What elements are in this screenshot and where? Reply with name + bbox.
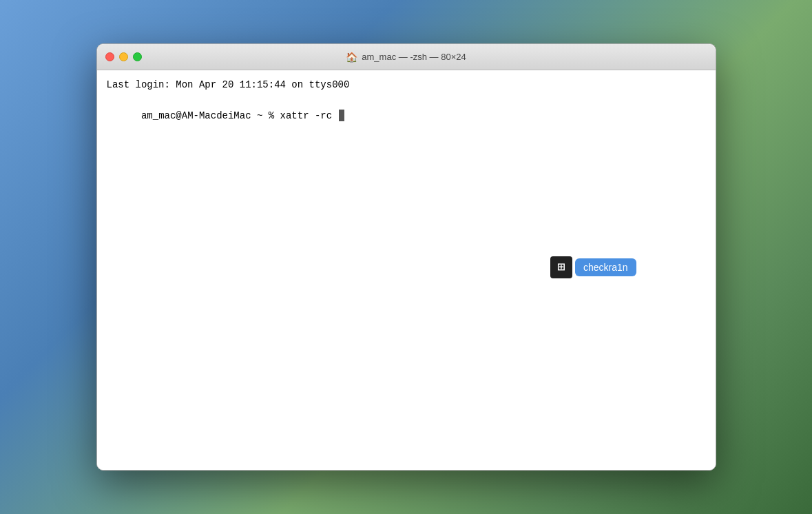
- house-icon: 🏠: [346, 52, 357, 63]
- traffic-lights: [105, 52, 142, 61]
- tooltip-container: ⊞ checkra1n: [550, 256, 636, 278]
- maximize-button[interactable]: [133, 52, 142, 61]
- terminal-cursor: [339, 110, 344, 121]
- minimize-button[interactable]: [119, 52, 128, 61]
- close-button[interactable]: [105, 52, 114, 61]
- checkra1n-icon-symbol: ⊞: [557, 261, 565, 274]
- terminal-line-2: am_mac@AM-MacdeiMac ~ % xattr -rc: [107, 92, 706, 138]
- title-bar-text: 🏠 am_mac — -zsh — 80×24: [346, 52, 466, 63]
- tooltip-label: checkra1n: [575, 258, 636, 276]
- terminal-body[interactable]: Last login: Mon Apr 20 11:15:44 on ttys0…: [97, 70, 716, 470]
- terminal-window: 🏠 am_mac — -zsh — 80×24 Last login: Mon …: [96, 43, 716, 471]
- checkra1n-icon: ⊞: [550, 256, 572, 278]
- terminal-line-1: Last login: Mon Apr 20 11:15:44 on ttys0…: [107, 77, 706, 92]
- window-title: am_mac — -zsh — 80×24: [362, 52, 466, 62]
- title-bar: 🏠 am_mac — -zsh — 80×24: [97, 44, 716, 70]
